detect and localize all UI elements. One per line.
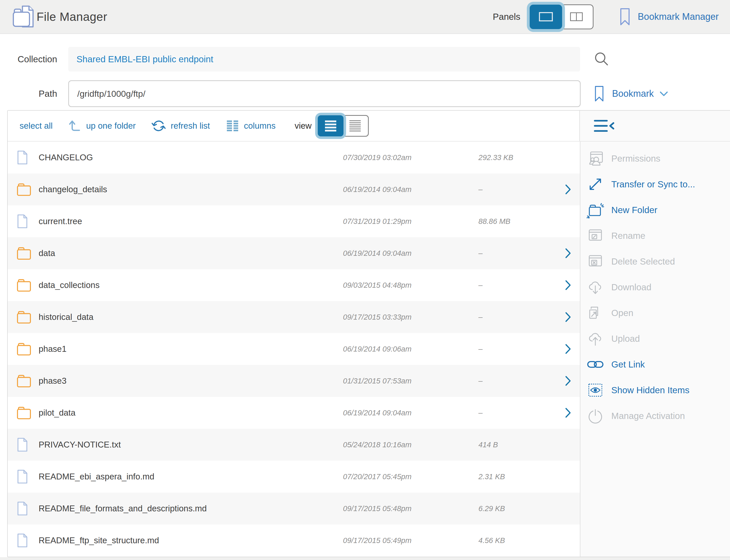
file-icon	[16, 533, 28, 548]
open-folder-chevron-icon[interactable]	[565, 407, 572, 419]
sidebar-item-label: Show Hidden Items	[611, 385, 689, 395]
list-view-icon	[325, 120, 336, 132]
columns-icon	[226, 120, 239, 132]
sidebar-item-label: Download	[611, 282, 651, 292]
table-row[interactable]: data06/19/2014 09:04am–	[8, 237, 580, 269]
table-row[interactable]: CHANGELOG07/30/2019 03:02am292.33 KB	[8, 142, 580, 173]
file-size: 414 B	[469, 441, 556, 449]
sidebar-item-label: Get Link	[611, 359, 645, 370]
file-date: 09/17/2015 05:49pm	[335, 536, 469, 545]
chevron-cell	[556, 375, 580, 387]
sidebar-item-upload: Upload	[580, 326, 730, 352]
file-size: 88.86 MB	[469, 217, 556, 226]
columns-button[interactable]: columns	[226, 120, 275, 132]
sidebar-item-label: Upload	[611, 334, 640, 344]
file-size: 4.56 KB	[469, 536, 556, 545]
file-size: –	[469, 185, 556, 194]
open-folder-chevron-icon[interactable]	[565, 279, 572, 291]
up-one-folder-button[interactable]: up one folder	[67, 119, 136, 133]
sidebar-item-label: Manage Activation	[611, 411, 685, 421]
table-row[interactable]: PRIVACY-NOTICE.txt05/24/2018 10:16am414 …	[8, 429, 580, 461]
new-folder-icon	[584, 202, 607, 218]
select-all-button[interactable]: select all	[20, 121, 53, 131]
sidebar-item-get-link[interactable]: Get Link	[580, 352, 730, 377]
open-folder-chevron-icon[interactable]	[565, 343, 572, 355]
refresh-list-button[interactable]: refresh list	[151, 118, 210, 133]
refresh-icon	[151, 118, 166, 133]
table-row[interactable]: data_collections09/03/2015 04:48pm–	[8, 269, 580, 301]
sidebar-item-label: Transfer or Sync to...	[611, 179, 695, 189]
file-date: 06/19/2014 09:06am	[335, 345, 469, 353]
file-browser-panel: select all up one folder	[7, 110, 730, 557]
table-row[interactable]: phase106/19/2014 09:06am–	[8, 333, 580, 365]
table-row[interactable]: historical_data09/17/2015 03:33pm–	[8, 301, 580, 333]
actions-sidebar: Permissions Transfer or Sync to... New F…	[580, 142, 730, 557]
panels-toggle	[530, 4, 594, 29]
folder-icon	[16, 182, 31, 196]
dual-panel-icon	[570, 12, 583, 21]
table-row[interactable]: README_ebi_aspera_info.md07/20/2017 05:4…	[8, 461, 580, 493]
list-toolbar: select all up one folder	[8, 111, 730, 142]
rename-icon	[584, 228, 607, 243]
path-input[interactable]	[68, 80, 581, 107]
sidebar-item-label: Delete Selected	[611, 256, 675, 267]
chevron-cell	[556, 183, 580, 196]
file-date: 05/24/2018 10:16am	[335, 441, 469, 449]
file-size: 292.33 KB	[469, 153, 556, 162]
upload-icon	[584, 331, 607, 347]
single-panel-button[interactable]	[530, 5, 562, 29]
endpoint-nav: Collection Shared EMBL-EBI public endpoi…	[0, 34, 730, 107]
file-name: data_collections	[39, 280, 335, 290]
compact-view-button[interactable]	[341, 115, 369, 137]
file-type-cell	[8, 278, 39, 292]
file-size: –	[469, 313, 556, 321]
bookmark-button[interactable]: Bookmark	[594, 85, 668, 102]
file-icon	[16, 469, 28, 484]
file-type-cell	[8, 374, 39, 388]
sidebar-item-label: Permissions	[611, 153, 661, 164]
sidebar-toolbar	[579, 111, 730, 141]
collapse-sidebar-button[interactable]	[593, 118, 615, 133]
file-name: README_ftp_site_structure.md	[39, 536, 335, 545]
file-name: phase1	[39, 344, 335, 354]
list-toolbar-left: select all up one folder	[8, 111, 579, 141]
file-date: 07/31/2019 01:29pm	[335, 217, 469, 226]
sidebar-item-transfer[interactable]: Transfer or Sync to...	[580, 171, 730, 197]
file-date: 06/19/2014 09:04am	[335, 249, 469, 258]
compact-view-icon	[349, 120, 361, 132]
open-folder-chevron-icon[interactable]	[565, 375, 572, 387]
sidebar-item-manage-activation: Manage Activation	[580, 403, 730, 429]
table-row[interactable]: phase301/31/2015 07:53am–	[8, 365, 580, 397]
open-folder-chevron-icon[interactable]	[565, 311, 572, 323]
file-size: –	[469, 409, 556, 417]
file-type-cell	[8, 182, 39, 196]
file-name: current.tree	[39, 216, 335, 226]
table-row[interactable]: changelog_details06/19/2014 09:04am–	[8, 173, 580, 205]
open-folder-chevron-icon[interactable]	[565, 183, 572, 196]
bookmark-manager-link[interactable]: Bookmark Manager	[619, 8, 719, 26]
header: File Manager Panels Bookmark Manager	[0, 0, 730, 34]
path-label: Path	[0, 89, 57, 99]
table-row[interactable]: README_ftp_site_structure.md09/17/2015 0…	[8, 524, 580, 556]
dual-panel-button[interactable]	[560, 4, 594, 29]
file-date: 06/19/2014 09:04am	[335, 409, 469, 417]
bookmark-label: Bookmark	[612, 88, 654, 99]
up-arrow-icon	[67, 119, 81, 133]
file-name: README_ebi_aspera_info.md	[39, 472, 335, 482]
file-icon	[16, 501, 28, 516]
file-name: README_file_formats_and_descriptions.md	[39, 504, 335, 513]
sidebar-item-new-folder[interactable]: New Folder	[580, 197, 730, 223]
table-row[interactable]: pilot_data06/19/2014 09:04am–	[8, 397, 580, 429]
bookmark-icon	[594, 85, 604, 102]
open-folder-chevron-icon[interactable]	[565, 247, 572, 259]
table-row[interactable]: README_file_formats_and_descriptions.md0…	[8, 493, 580, 524]
delete-icon	[584, 254, 607, 269]
panel-content: CHANGELOG07/30/2019 03:02am292.33 KB cha…	[8, 142, 730, 557]
file-date: 07/20/2017 05:45pm	[335, 473, 469, 481]
file-name: historical_data	[39, 312, 335, 322]
collection-field[interactable]: Shared EMBL-EBI public endpoint	[68, 47, 580, 72]
search-button[interactable]	[593, 50, 611, 68]
sidebar-item-show-hidden[interactable]: Show Hidden Items	[580, 377, 730, 403]
table-row[interactable]: current.tree07/31/2019 01:29pm88.86 MB	[8, 205, 580, 237]
list-view-button[interactable]	[318, 115, 343, 136]
